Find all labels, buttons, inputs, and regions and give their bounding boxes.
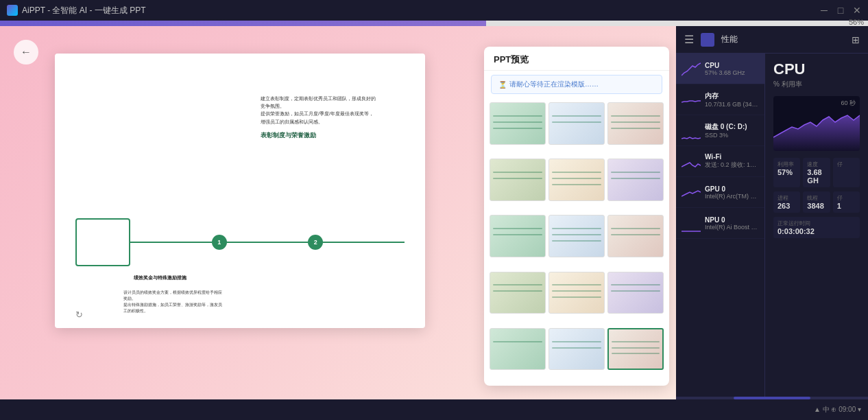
timeline-line-1 bbox=[130, 242, 212, 243]
disk-info: 磁盘 0 (C: D:) SSD 3% bbox=[705, 122, 759, 139]
wifi-name: Wi-Fi bbox=[705, 153, 759, 161]
perf-item-wifi[interactable]: Wi-Fi 发送: 0.2 接收: 11.3 Ml bbox=[676, 146, 764, 177]
stat-handles-value: 1 bbox=[837, 202, 856, 210]
timeline-dot-1: 1 bbox=[212, 235, 227, 250]
stat-process-value: 263 bbox=[777, 202, 796, 210]
slide-line-1: 建立表彰制度，定期表彰优秀员工和团队，形成良好的 bbox=[261, 95, 398, 102]
perf-item-npu[interactable]: NPU 0 Intel(R) Ai Boost 0% bbox=[676, 208, 764, 239]
stat-handles-label: 仔 bbox=[837, 194, 856, 202]
slide-thumb-3[interactable] bbox=[607, 102, 664, 145]
wifi-mini-chart bbox=[682, 152, 701, 171]
title-bar-left: AiPPT - 全智能 AI - 一键生成 PPT bbox=[7, 5, 145, 16]
slide-thumb-1[interactable] bbox=[490, 102, 546, 145]
gpu-detail: Intel(R) Arc(TM) Gra... 41% bbox=[705, 193, 759, 200]
npu-info: NPU 0 Intel(R) Ai Boost 0% bbox=[705, 216, 759, 231]
perf-stats-row2: 进程 263 线程 3848 仔 1 bbox=[773, 191, 860, 213]
ppt-preview-header: PPT预览 bbox=[484, 47, 669, 71]
cpu-name: CPU bbox=[705, 62, 759, 69]
svg-marker-0 bbox=[773, 115, 860, 151]
slide-line-2: 竞争氛围。 bbox=[261, 102, 398, 110]
slide-line-4: 增强员工的归属感和认同感。 bbox=[261, 118, 398, 126]
ppt-rendering-notice: ⏳ 请耐心等待正在渲染模版…… bbox=[491, 75, 662, 94]
title-bar: AiPPT - 全智能 AI - 一键生成 PPT ─ □ ✕ bbox=[0, 0, 868, 21]
slide-thumb-8[interactable] bbox=[548, 215, 605, 257]
gpu-mini-chart bbox=[682, 183, 701, 202]
stat-speed: 速度 3.68 GH bbox=[803, 158, 830, 187]
cpu-chart-area: 60 秒 bbox=[773, 96, 860, 151]
disk-mini-chart bbox=[682, 121, 701, 140]
slide-thumb-6[interactable] bbox=[607, 159, 664, 201]
npu-detail: Intel(R) Ai Boost 0% bbox=[705, 224, 759, 231]
timeline-dot-2: 2 bbox=[308, 235, 323, 250]
slide-thumb-11[interactable] bbox=[548, 272, 605, 314]
stat-utilization-label: 利用率 bbox=[777, 161, 796, 168]
perf-scrollbar[interactable] bbox=[676, 397, 868, 399]
slide-thumb-7[interactable] bbox=[490, 215, 546, 257]
slide-thumb-10[interactable] bbox=[490, 272, 546, 314]
slide-section-title: 表彰制度与荣誉激励 bbox=[261, 131, 398, 141]
close-button[interactable]: ✕ bbox=[853, 6, 861, 14]
cpu-mini-chart bbox=[682, 59, 701, 78]
minimize-button[interactable]: ─ bbox=[820, 6, 828, 14]
stat-thread: 线程 3848 bbox=[803, 191, 830, 213]
cpu-detail: 57% 3.68 GHz bbox=[705, 69, 759, 76]
ppt-slides-grid bbox=[484, 98, 669, 386]
slide-thumb-12[interactable] bbox=[607, 272, 664, 314]
slide-thumb-15[interactable] bbox=[607, 328, 664, 371]
slide-step1-label: 绩效奖金与特殊激励措施 bbox=[134, 275, 186, 281]
detail-title: CPU bbox=[773, 60, 860, 78]
perf-uptime: 正常运行时间 0:03:00:32 bbox=[773, 217, 860, 238]
slide-line-3: 提供荣誉激励，如员工月度/季度/年度最佳表现奖等， bbox=[261, 110, 398, 117]
perf-sidebar: CPU 57% 3.68 GHz 内存 10.7/31.6 GB (34%) bbox=[676, 54, 765, 397]
stat-handles: 仔 1 bbox=[833, 191, 860, 213]
perf-body: CPU 57% 3.68 GHz 内存 10.7/31.6 GB (34%) bbox=[676, 54, 868, 397]
timeline-line-3 bbox=[323, 242, 405, 243]
perf-item-gpu[interactable]: GPU 0 Intel(R) Arc(TM) Gra... 41% bbox=[676, 177, 764, 208]
slide-thumb-5[interactable] bbox=[548, 159, 605, 201]
app-title: AiPPT - 全智能 AI - 一键生成 PPT bbox=[22, 5, 145, 16]
stat-thread-value: 3848 bbox=[807, 202, 825, 210]
stat-utilization-value: 57% bbox=[777, 168, 796, 176]
slide-loading-indicator: ↻ bbox=[75, 310, 83, 320]
perf-title: 性能 bbox=[721, 34, 738, 45]
app-icon bbox=[7, 5, 18, 16]
stat-speed-label: 速度 bbox=[807, 161, 825, 168]
slide-thumb-4[interactable] bbox=[490, 159, 546, 201]
stat-process-label: 进程 bbox=[777, 194, 796, 202]
disk-detail: SSD 3% bbox=[705, 132, 759, 139]
perf-header: ☰ 性能 ⊞ bbox=[676, 26, 868, 54]
perf-item-memory[interactable]: 内存 10.7/31.6 GB (34%) bbox=[676, 84, 764, 115]
perf-item-cpu[interactable]: CPU 57% 3.68 GHz bbox=[676, 54, 764, 84]
npu-mini-chart bbox=[682, 213, 701, 233]
perf-item-disk[interactable]: 磁盘 0 (C: D:) SSD 3% bbox=[676, 115, 764, 146]
slide-content: 建立表彰制度，定期表彰优秀员工和团队，形成良好的 竞争氛围。 提供荣誉激励，如员… bbox=[55, 54, 425, 328]
slide-thumb-2[interactable] bbox=[548, 102, 605, 145]
slide-thumb-14[interactable] bbox=[548, 328, 605, 371]
wifi-info: Wi-Fi 发送: 0.2 接收: 11.3 Ml bbox=[705, 153, 759, 170]
performance-panel: ☰ 性能 ⊞ CPU 57% 3.68 GHz bbox=[676, 26, 868, 399]
perf-detail: CPU % 利用率 60 秒 bbox=[765, 54, 868, 397]
slide-thumb-13[interactable] bbox=[490, 328, 546, 371]
maximize-button[interactable]: □ bbox=[836, 6, 845, 14]
progress-bar-fill bbox=[0, 21, 486, 26]
slide-text-block: 建立表彰制度，定期表彰优秀员工和团队，形成良好的 竞争氛围。 提供荣誉激励，如员… bbox=[261, 95, 398, 143]
snapshot-icon[interactable]: ⊞ bbox=[852, 34, 860, 45]
memory-detail: 10.7/31.6 GB (34%) bbox=[705, 101, 759, 108]
notice-text: 请耐心等待正在渲染模版…… bbox=[509, 80, 599, 89]
uptime-value: 0:03:00:32 bbox=[777, 227, 856, 235]
main-area: ← 建立表彰制度，定期表彰优秀员工和团队，形成良好的 竞争氛围。 提供荣誉激励，… bbox=[0, 26, 868, 399]
perf-header-icon bbox=[701, 33, 714, 47]
window-controls[interactable]: ─ □ ✕ bbox=[820, 6, 861, 14]
slide-thumb-9[interactable] bbox=[607, 215, 664, 257]
ppt-preview-panel: PPT预览 ⏳ 请耐心等待正在渲染模版…… bbox=[484, 47, 669, 386]
perf-scrollbar-thumb[interactable] bbox=[734, 397, 810, 399]
progress-text: 56% bbox=[849, 18, 864, 26]
back-button[interactable]: ← bbox=[14, 40, 38, 65]
taskbar: ▲ 中 ⊕ 09:00 ▾ bbox=[0, 399, 868, 420]
timeline-line-2 bbox=[227, 242, 309, 243]
gpu-info: GPU 0 Intel(R) Arc(TM) Gra... 41% bbox=[705, 185, 759, 200]
uptime-label: 正常运行时间 bbox=[777, 220, 856, 227]
slide-container: 建立表彰制度，定期表彰优秀员工和团队，形成良好的 竞争氛围。 提供荣誉激励，如员… bbox=[55, 54, 425, 328]
slide-step1-desc: 设计员员的绩效奖金方案，根据绩效优异程度给予相应 奖励。 提出特殊激励措施，如员… bbox=[123, 290, 247, 314]
hamburger-icon[interactable]: ☰ bbox=[684, 33, 694, 46]
